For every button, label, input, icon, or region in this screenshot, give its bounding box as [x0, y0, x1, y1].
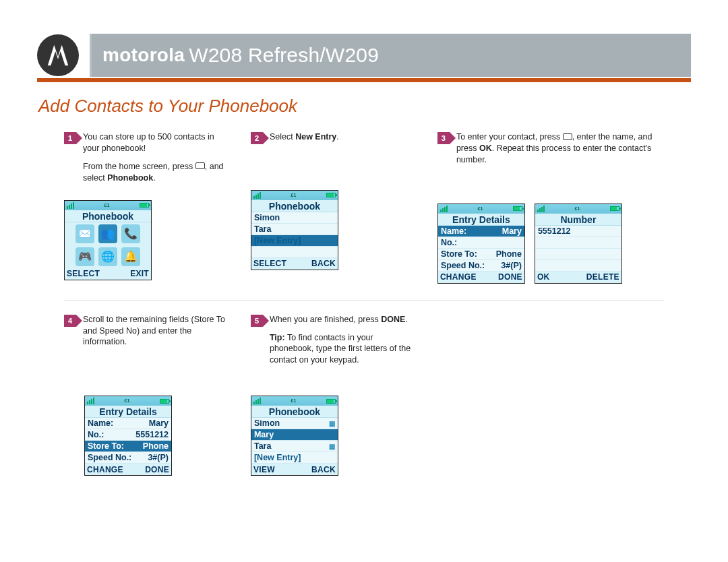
- list-item: [535, 249, 621, 260]
- list-item: [535, 237, 621, 249]
- softkey-right: BACK: [311, 464, 336, 475]
- menu-key-icon: [563, 133, 572, 140]
- softkey-right: EXIT: [130, 268, 149, 279]
- brand-text: motorola: [102, 44, 185, 66]
- messages-icon: ✉️: [75, 224, 94, 243]
- step-badge-5: 5: [251, 315, 263, 327]
- screenshot-number: £1 Number 5551212 OK DELETE: [535, 204, 622, 284]
- alarm-icon: 🔔: [121, 247, 140, 266]
- softkeys: OK DELETE: [535, 272, 621, 283]
- screenshot-home: £1 Phonebook ✉️ 👥 📞 🎮 🌐 🔔 SELECT: [64, 200, 152, 280]
- battery-icon: [326, 193, 336, 197]
- screenshot-entry-a: £1 Entry Details Name:Mary No.: Store To…: [437, 204, 525, 284]
- screen-title: Phonebook: [251, 200, 338, 212]
- softkey-right: DELETE: [586, 272, 619, 282]
- list-item: Tara▦: [251, 441, 338, 452]
- softkeys: CHANGE DONE: [85, 464, 171, 475]
- phonebook-icon: 👥: [98, 224, 117, 243]
- step-5-tip: Tip: To find contacts in your phonebook,…: [270, 332, 413, 367]
- shots-row-2: £1 Entry Details Name:Mary No.:5551212 S…: [37, 396, 691, 476]
- step-4-p1: Scroll to the remaining fields (Store To…: [83, 314, 226, 348]
- divider: [64, 300, 664, 301]
- signal-icon: [253, 398, 261, 404]
- status-bar: £1: [535, 204, 621, 214]
- step-5-p1: When you are finished, press DONE.: [270, 314, 413, 325]
- softkey-left: CHANGE: [440, 272, 477, 282]
- softkeys: VIEW BACK: [251, 464, 338, 475]
- header: motorola W208 Refresh/W209: [37, 34, 691, 77]
- list-item-selected: Mary: [251, 429, 338, 441]
- list-item: [251, 247, 338, 258]
- list-item: No.:5551212: [85, 429, 171, 441]
- list-item: 5551212: [535, 226, 621, 237]
- step-2-p1: Select New Entry.: [270, 131, 339, 143]
- contact-list: Simon▦ Mary Tara▦ [New Entry]: [251, 418, 338, 464]
- title-bar: motorola W208 Refresh/W209: [90, 34, 691, 77]
- list-item-selected: Name:Mary: [438, 226, 524, 237]
- step-badge-2: 2: [251, 132, 263, 144]
- sim-icon: ▦: [329, 441, 335, 451]
- calls-icon: 📞: [121, 224, 140, 243]
- step-5: 5 When you are finished, press DONE. Tip…: [251, 314, 419, 373]
- step-3: 3 To enter your contact, press , enter t…: [437, 131, 664, 284]
- list-item: Simon: [251, 212, 338, 224]
- signal-icon: [440, 206, 448, 212]
- status-bar: £1: [65, 201, 151, 210]
- list-item: Speed No.:3#(P): [438, 260, 524, 272]
- games-icon: 🎮: [75, 247, 94, 266]
- list-item: Tara: [251, 224, 338, 235]
- softkeys: SELECT EXIT: [65, 268, 151, 280]
- contact-list: Simon Tara [New Entry]: [251, 212, 338, 258]
- softkey-left: CHANGE: [87, 464, 123, 475]
- status-bar: £1: [438, 204, 524, 214]
- accent-bar: [37, 78, 691, 82]
- signal-icon: [537, 206, 545, 212]
- step-2: 2 Select New Entry. £1 Phonebook Simon T…: [251, 131, 419, 284]
- battery-icon: [513, 206, 522, 211]
- step-3-p1: To enter your contact, press , enter the…: [456, 131, 659, 166]
- model-text: W208 Refresh/W209: [189, 44, 379, 67]
- list-item: Store To:Phone: [438, 249, 524, 260]
- softkey-left: SELECT: [67, 268, 100, 279]
- sim-icon: ▦: [329, 418, 335, 429]
- screen-title: Entry Details: [438, 214, 524, 226]
- softkey-left: SELECT: [253, 258, 286, 269]
- step-1-p1: You can store up to 500 contacts in your…: [83, 131, 226, 154]
- list-item-selected: [New Entry]: [251, 235, 338, 247]
- step-badge-3: 3: [437, 132, 450, 144]
- step-4: 4 Scroll to the remaining fields (Store …: [64, 314, 232, 373]
- signal-icon: [253, 192, 261, 199]
- signal-icon: [67, 202, 74, 209]
- list-item: Simon▦: [251, 418, 338, 429]
- screen-title: Number: [535, 214, 621, 226]
- step-1-p2: From the home screen, press , and select…: [83, 161, 226, 184]
- section-title: Add Contacts to Your Phonebook: [38, 96, 691, 117]
- list-item: [New Entry]: [251, 452, 338, 464]
- list-item-selected: Store To:Phone: [85, 441, 171, 452]
- entry-fields: Name:Mary No.: Store To:Phone Speed No.:…: [438, 226, 524, 272]
- step-badge-1: 1: [64, 132, 76, 144]
- status-bar: £1: [85, 396, 171, 406]
- signal-icon: [87, 398, 94, 404]
- step-spacer: [437, 314, 664, 373]
- wap-icon: 🌐: [98, 247, 117, 266]
- steps-row-1: 1 You can store up to 500 contacts in yo…: [37, 131, 691, 284]
- softkeys: SELECT BACK: [251, 258, 338, 270]
- screen-title: Phonebook: [251, 406, 338, 418]
- status-bar: £1: [251, 396, 338, 406]
- softkey-left: VIEW: [253, 464, 275, 475]
- screenshot-list1: £1 Phonebook Simon Tara [New Entry] SELE…: [251, 190, 338, 270]
- screenshot-list2: £1 Phonebook Simon▦ Mary Tara▦ [New Entr…: [251, 396, 338, 476]
- menu-key-icon: [195, 162, 205, 169]
- list-item: Name:Mary: [85, 418, 171, 429]
- softkey-right: DONE: [498, 272, 522, 282]
- number-field: 5551212: [535, 226, 621, 272]
- list-item: [535, 260, 621, 272]
- screen-title: Entry Details: [85, 406, 171, 418]
- softkeys: CHANGE DONE: [438, 272, 524, 283]
- step-badge-4: 4: [64, 315, 76, 327]
- softkey-right: BACK: [311, 258, 336, 269]
- steps-row-2: 4 Scroll to the remaining fields (Store …: [37, 314, 691, 373]
- battery-icon: [326, 399, 336, 404]
- motorola-m-icon: [45, 42, 71, 68]
